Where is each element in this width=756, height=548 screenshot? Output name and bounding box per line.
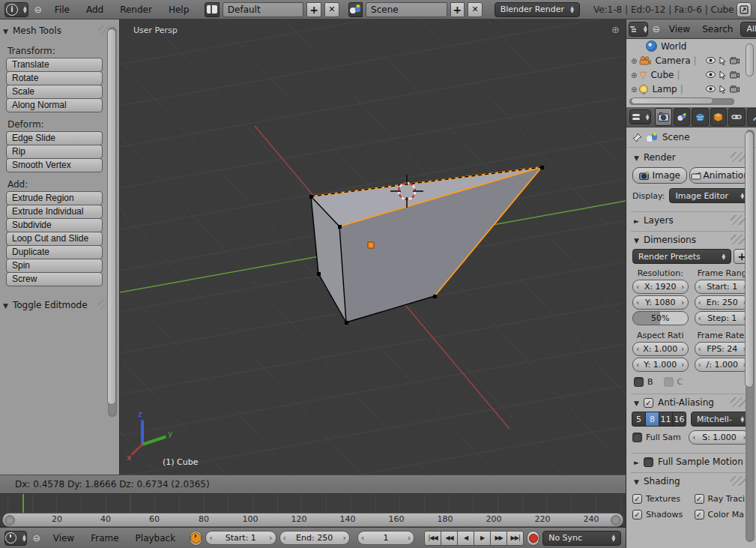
- aa-samples-8[interactable]: 8: [645, 412, 659, 427]
- outliner-vscrollbar-thumb[interactable]: [746, 43, 754, 76]
- viewport-3d[interactable]: User Persp (1) Cube z y x: [120, 19, 626, 475]
- visibility-eye-icon[interactable]: [706, 85, 716, 92]
- expand-icon[interactable]: [631, 55, 637, 66]
- play-reverse-button[interactable]: ◀: [457, 531, 474, 546]
- mesh-cube[interactable]: [309, 166, 544, 325]
- selectability-cursor-icon[interactable]: [719, 85, 726, 94]
- mesh-tools-panel-header[interactable]: Mesh Tools: [0, 22, 119, 39]
- aa-samples-16[interactable]: 16: [672, 412, 686, 427]
- next-keyframe-button[interactable]: ▶▶: [490, 531, 507, 546]
- breadcrumb-scene-label[interactable]: Scene: [662, 132, 690, 142]
- collapse-menus-icon[interactable]: [33, 533, 40, 544]
- add-layout-button[interactable]: [306, 2, 321, 17]
- editor-type-button[interactable]: [629, 109, 651, 124]
- selectability-cursor-icon[interactable]: [719, 70, 726, 79]
- extrude-region-button[interactable]: Extrude Region: [6, 191, 103, 205]
- increment-icon[interactable]: [408, 533, 411, 543]
- toggle-editmode-panel-header[interactable]: Toggle Editmode: [0, 297, 119, 313]
- resolution-percentage-slider[interactable]: 50%: [632, 311, 689, 325]
- editor-type-button[interactable]: [4, 531, 27, 546]
- extrude-individual-button[interactable]: Extrude Individual: [6, 205, 103, 219]
- frame-step-field[interactable]: Step: 1: [695, 311, 751, 325]
- loop-cut-and-slide-button[interactable]: Loop Cut and Slide: [6, 232, 103, 246]
- delete-scene-button[interactable]: [468, 2, 483, 17]
- add-scene-button[interactable]: [450, 2, 465, 17]
- fps-base-field[interactable]: /: 1.000: [695, 358, 751, 372]
- jump-to-start-button[interactable]: |◀◀: [424, 531, 441, 546]
- antialiasing-checkbox[interactable]: [644, 398, 653, 408]
- delete-layout-button[interactable]: [324, 2, 339, 17]
- sync-mode-select[interactable]: No Sync: [542, 531, 621, 546]
- renderability-camera-icon[interactable]: [730, 57, 740, 64]
- ray-tracing-checkbox[interactable]: [695, 494, 704, 504]
- increment-icon[interactable]: [342, 533, 345, 543]
- editor-type-button[interactable]: [629, 22, 648, 37]
- border-checkbox[interactable]: [634, 377, 644, 387]
- timeline-scrollbar[interactable]: 20 40 60 80 100 120 140 160 180 200 220 …: [2, 513, 623, 527]
- aa-filter-select[interactable]: Mitchell-: [691, 412, 750, 427]
- visibility-eye-icon[interactable]: [706, 57, 716, 64]
- shading-panel-header[interactable]: Shading: [631, 472, 752, 490]
- menu-file[interactable]: File: [48, 4, 76, 15]
- outliner-row-camera[interactable]: Camera|: [626, 53, 756, 67]
- rotate-button[interactable]: Rotate: [6, 71, 103, 85]
- expand-icon[interactable]: [631, 70, 637, 80]
- tab-modifiers[interactable]: [747, 108, 756, 126]
- menu-help[interactable]: Help: [162, 4, 196, 15]
- frame-start-field[interactable]: Start: 1: [205, 531, 276, 545]
- tab-world[interactable]: [692, 108, 708, 126]
- tab-render[interactable]: [655, 108, 671, 126]
- scale-button[interactable]: Scale: [6, 85, 103, 99]
- frame-end-field[interactable]: En: 250: [695, 295, 751, 310]
- frame-end-field[interactable]: End: 250: [279, 531, 350, 545]
- spin-button[interactable]: Spin: [6, 259, 103, 273]
- menu-frame[interactable]: Frame: [84, 533, 125, 544]
- color-management-checkbox[interactable]: [695, 510, 704, 520]
- selectability-cursor-icon[interactable]: [719, 56, 726, 65]
- properties-scrollbar-thumb[interactable]: [745, 131, 754, 388]
- current-frame-field[interactable]: 1: [357, 531, 414, 545]
- smooth-vertex-button[interactable]: Smooth Vertex: [6, 158, 103, 172]
- motion-blur-checkbox[interactable]: [644, 457, 653, 467]
- rip-button[interactable]: Rip: [6, 145, 103, 159]
- outliner-hscrollbar-thumb[interactable]: [631, 97, 713, 104]
- timeline-editor[interactable]: 20 40 60 80 100 120 140 160 180 200 220 …: [0, 494, 626, 527]
- along-normal-button[interactable]: Along Normal: [6, 98, 103, 112]
- render-engine-select[interactable]: Blender Render: [495, 2, 580, 17]
- screen-layout-icon-button[interactable]: [205, 2, 220, 17]
- renderability-camera-icon[interactable]: [730, 85, 740, 93]
- crop-checkbox[interactable]: [664, 377, 674, 387]
- render-presets-select[interactable]: Render Presets: [632, 249, 731, 264]
- translate-button[interactable]: Translate: [6, 58, 103, 72]
- scrollbar-right-handle[interactable]: [611, 515, 621, 526]
- menu-view[interactable]: View: [46, 533, 81, 544]
- frame-start-field[interactable]: Start: 1: [695, 280, 751, 294]
- screw-button[interactable]: Screw: [6, 272, 103, 286]
- maximize-window-button[interactable]: [737, 2, 752, 17]
- layers-panel-header[interactable]: Layers: [631, 211, 752, 229]
- scene-icon-button[interactable]: [348, 2, 363, 17]
- visibility-eye-icon[interactable]: [706, 71, 716, 78]
- textures-checkbox[interactable]: [632, 494, 642, 504]
- play-button[interactable]: ▶: [474, 531, 491, 546]
- outliner-row-cube[interactable]: Cube|: [626, 67, 756, 82]
- edge-slide-button[interactable]: Edge Slide: [6, 131, 103, 145]
- collapse-menus-icon[interactable]: [34, 4, 42, 15]
- scene-name-field[interactable]: Scene: [366, 2, 447, 17]
- properties-region-expand-icon[interactable]: [611, 24, 620, 35]
- render-animation-button[interactable]: Animation: [689, 167, 750, 184]
- renderability-camera-icon[interactable]: [730, 71, 740, 79]
- display-scope-select[interactable]: All: [740, 22, 756, 37]
- menu-playback[interactable]: Playback: [129, 533, 183, 544]
- motion-blur-panel-header[interactable]: Full Sample Motion B: [631, 453, 752, 470]
- tab-constraints[interactable]: [728, 108, 745, 126]
- render-image-button[interactable]: Image: [632, 167, 687, 184]
- render-panel-header[interactable]: Render: [631, 149, 752, 166]
- antialiasing-panel-header[interactable]: Anti-Aliasing: [631, 394, 752, 411]
- display-mode-select[interactable]: Image Editor: [669, 188, 750, 203]
- increment-icon[interactable]: [269, 533, 272, 543]
- editor-type-button[interactable]: [4, 2, 28, 17]
- resolution-x-field[interactable]: X: 1920: [632, 280, 689, 294]
- preview-range-toggle[interactable]: [190, 531, 202, 546]
- screen-layout-name-field[interactable]: Default: [223, 2, 304, 17]
